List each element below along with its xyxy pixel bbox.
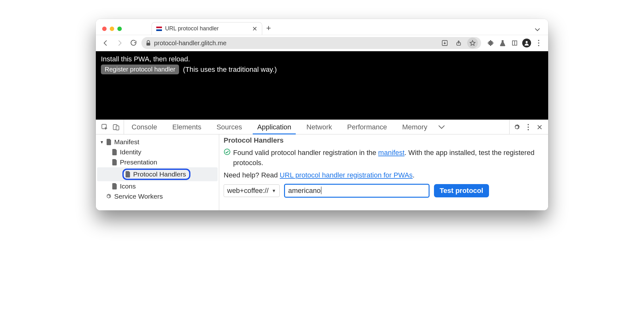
omnibox-url: protocol-handler.glitch.me bbox=[154, 40, 226, 47]
svg-point-9 bbox=[538, 40, 539, 41]
svg-rect-2 bbox=[156, 29, 162, 31]
close-window-button[interactable] bbox=[102, 27, 107, 31]
devtools-tab-elements[interactable]: Elements bbox=[165, 120, 209, 134]
application-sidebar: ▼ Manifest Identity Presentation bbox=[96, 134, 219, 210]
svg-point-17 bbox=[528, 129, 529, 130]
share-icon[interactable] bbox=[453, 38, 464, 48]
panel-title: Protocol Handlers bbox=[224, 136, 544, 145]
devtools-tab-performance[interactable]: Performance bbox=[339, 120, 394, 134]
file-icon bbox=[107, 139, 112, 145]
test-protocol-button[interactable]: Test protocol bbox=[434, 184, 489, 197]
svg-point-18 bbox=[224, 149, 230, 155]
install-pwa-icon[interactable] bbox=[439, 38, 450, 48]
gear-icon bbox=[105, 193, 112, 200]
labs-icon[interactable] bbox=[497, 37, 508, 49]
devtools: Console Elements Sources Application Net… bbox=[96, 120, 548, 210]
omnibox[interactable]: protocol-handler.glitch.me bbox=[141, 37, 481, 49]
window-controls bbox=[100, 27, 126, 35]
svg-rect-0 bbox=[156, 27, 162, 28]
sidebar-item-icons[interactable]: Icons bbox=[97, 181, 218, 191]
svg-rect-3 bbox=[146, 43, 150, 46]
page-content: Install this PWA, then reload. Register … bbox=[96, 51, 548, 120]
svg-point-15 bbox=[528, 124, 529, 125]
devtools-tabbar: Console Elements Sources Application Net… bbox=[96, 120, 548, 134]
minimize-window-button[interactable] bbox=[110, 27, 114, 31]
sidebar-label: Identity bbox=[120, 148, 141, 156]
status-text: Found valid protocol handler registratio… bbox=[233, 148, 544, 168]
selection-highlight: Protocol Handlers bbox=[122, 169, 190, 180]
bookmark-icon[interactable] bbox=[467, 38, 478, 48]
extensions-icon[interactable] bbox=[485, 37, 496, 49]
chevron-down-icon: ▼ bbox=[100, 140, 104, 145]
new-tab-button[interactable]: + bbox=[262, 23, 275, 35]
svg-point-10 bbox=[538, 42, 539, 44]
register-note: (This uses the traditional way.) bbox=[183, 65, 277, 74]
devtools-tab-application[interactable]: Application bbox=[250, 120, 299, 134]
devtools-tab-memory[interactable]: Memory bbox=[394, 120, 435, 134]
file-icon bbox=[112, 183, 117, 189]
tab-strip: URL protocol handler ✕ + bbox=[96, 19, 548, 35]
text-caret bbox=[321, 187, 321, 194]
device-toolbar-icon[interactable] bbox=[111, 122, 121, 132]
sidebar-item-identity[interactable]: Identity bbox=[97, 147, 218, 157]
avatar-icon bbox=[522, 39, 531, 47]
reload-button[interactable] bbox=[127, 37, 139, 49]
protocol-input-value: americano bbox=[288, 187, 321, 195]
file-icon bbox=[112, 159, 117, 165]
devtools-tab-network[interactable]: Network bbox=[299, 120, 340, 134]
maximize-window-button[interactable] bbox=[117, 27, 122, 31]
devtools-close-icon[interactable] bbox=[534, 122, 545, 133]
more-tabs-icon[interactable] bbox=[436, 122, 447, 133]
devtools-tab-sources[interactable]: Sources bbox=[209, 120, 250, 134]
tab-menu-button[interactable] bbox=[531, 28, 544, 35]
protocol-tester: web+coffee:// ▼ americano Test protocol bbox=[224, 184, 544, 198]
svg-rect-1 bbox=[156, 28, 162, 29]
svg-point-8 bbox=[526, 41, 528, 43]
devtools-tab-console[interactable]: Console bbox=[124, 120, 165, 134]
sidebar-label: Service Workers bbox=[114, 193, 163, 200]
check-circle-icon bbox=[224, 148, 231, 155]
page-instruction: Install this PWA, then reload. bbox=[101, 55, 543, 63]
sidebar-label: Icons bbox=[120, 182, 136, 190]
sidebar-label-manifest: Manifest bbox=[114, 138, 139, 146]
sidebar-item-service-workers[interactable]: Service Workers bbox=[97, 191, 218, 201]
profile-button[interactable] bbox=[521, 37, 532, 49]
help-text: Need help? Read URL protocol handler reg… bbox=[224, 171, 544, 179]
protocol-select-value: web+coffee:// bbox=[227, 187, 269, 195]
inspect-element-icon[interactable] bbox=[100, 122, 110, 132]
sidebar-item-presentation[interactable]: Presentation bbox=[97, 157, 218, 167]
sidebar-item-protocol-handlers[interactable]: Protocol Handlers bbox=[97, 167, 218, 181]
sidebar-item-manifest[interactable]: ▼ Manifest bbox=[97, 137, 218, 147]
browser-window: URL protocol handler ✕ + protocol-handle… bbox=[96, 19, 548, 210]
chevron-down-icon: ▼ bbox=[272, 188, 276, 193]
manifest-link[interactable]: manifest bbox=[378, 149, 405, 157]
forward-button[interactable] bbox=[114, 37, 126, 49]
svg-point-16 bbox=[528, 127, 529, 128]
toolbar-right bbox=[483, 37, 544, 49]
protocol-path-input[interactable]: americano bbox=[284, 184, 430, 198]
register-protocol-handler-button[interactable]: Register protocol handler bbox=[101, 65, 179, 74]
svg-point-11 bbox=[538, 45, 539, 46]
help-link[interactable]: URL protocol handler registration for PW… bbox=[280, 171, 412, 179]
tab-title: URL protocol handler bbox=[165, 25, 219, 32]
devtools-kebab-icon[interactable] bbox=[523, 122, 534, 133]
kebab-menu-icon[interactable] bbox=[533, 37, 544, 49]
sidebar-label: Presentation bbox=[120, 158, 157, 166]
devtools-settings-icon[interactable] bbox=[511, 122, 522, 133]
protocol-handlers-panel: Protocol Handlers Found valid protocol h… bbox=[219, 134, 548, 210]
svg-rect-14 bbox=[116, 126, 119, 130]
lock-icon bbox=[146, 40, 151, 46]
browser-tab[interactable]: URL protocol handler ✕ bbox=[152, 22, 262, 35]
protocol-select[interactable]: web+coffee:// ▼ bbox=[224, 184, 280, 197]
sidebar-label: Protocol Handlers bbox=[133, 170, 186, 178]
close-tab-icon[interactable]: ✕ bbox=[252, 25, 257, 33]
reading-list-icon[interactable] bbox=[509, 37, 520, 49]
file-icon bbox=[112, 149, 117, 155]
favicon-icon bbox=[156, 26, 162, 32]
file-icon bbox=[126, 171, 131, 177]
browser-toolbar: protocol-handler.glitch.me bbox=[96, 35, 548, 51]
back-button[interactable] bbox=[100, 37, 112, 49]
